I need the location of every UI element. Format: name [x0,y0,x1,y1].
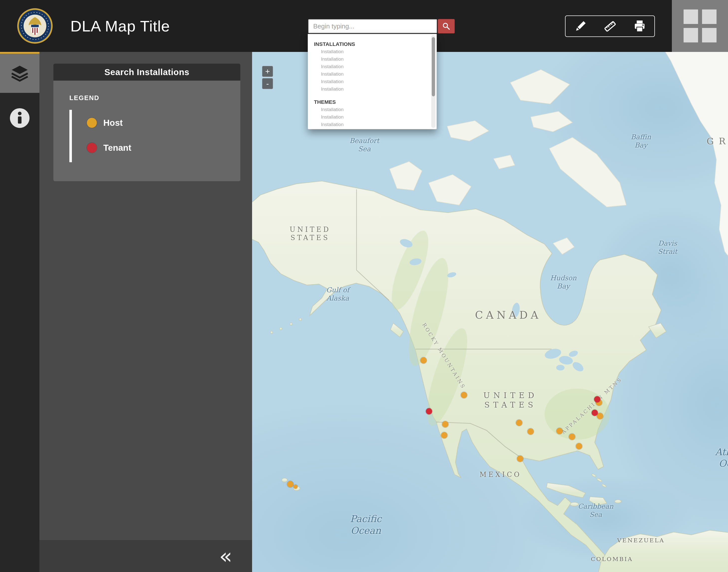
result-item[interactable]: Installation [314,121,427,128]
result-group-heading: THEMES [314,98,427,106]
result-item[interactable]: Installation [314,113,427,121]
dla-seal-logo [16,7,54,45]
map-marker-host[interactable] [576,443,582,449]
app-grid-icon [683,9,717,43]
panel-footer: « [40,540,252,572]
map-marker-host[interactable] [517,455,523,462]
legend-item-host: Host [69,118,226,128]
app-title: DLA Map Title [70,17,170,35]
map-marker-host[interactable] [569,434,575,440]
zoom-control: + - [262,66,273,89]
search-button[interactable] [438,19,455,33]
dla-seal-icon [16,7,54,45]
result-item[interactable]: Installation [314,63,427,70]
legend-heading: LEGEND [69,94,226,102]
printer-icon [633,19,646,33]
sidebar-item-info[interactable] [0,107,40,129]
sidebar-item-layers[interactable] [0,52,40,93]
legend-swatch-host [87,118,97,128]
map-toolbar [565,15,655,37]
results-scrollbar[interactable] [431,35,436,128]
layers-panel: Search Installations LEGEND HostTenant « [40,52,252,572]
result-item[interactable]: Installation [314,85,427,93]
result-item[interactable]: Installation [314,48,427,55]
dla-map-app: DLA Map Title [0,0,728,572]
sidebar-rail [0,52,40,572]
map-marker-host[interactable] [527,429,533,435]
draw-tool-button[interactable] [572,17,589,35]
legend-items: HostTenant [69,118,226,153]
basemap [252,52,728,572]
search-icon [442,22,451,31]
grid-square [702,28,717,43]
grid-square [683,28,698,43]
results-scrollbar-thumb[interactable] [432,37,435,96]
map-marker-tenant[interactable] [426,408,432,415]
zoom-out-button[interactable]: - [262,78,273,89]
search-results-list: INSTALLATIONSInstallationInstallationIns… [308,34,437,129]
legend-label: Tenant [103,143,131,153]
map-marker-host[interactable] [442,421,448,428]
legend-body: LEGEND HostTenant [53,81,240,153]
legend-card: Search Installations LEGEND HostTenant [53,64,240,181]
map-marker-host[interactable] [556,428,563,434]
pencil-icon [574,19,587,33]
legend-accent-bar [69,110,72,162]
map-marker-host[interactable] [293,485,297,489]
result-group-heading: INSTALLATIONS [314,41,427,48]
result-item[interactable]: Installation [314,55,427,63]
collapse-panel-button[interactable]: « [214,545,237,567]
ruler-icon [603,19,617,33]
legend-item-tenant: Tenant [69,143,226,153]
map-canvas[interactable]: Beaufort SeaBaffin BayGREENLANDUNITED ST… [252,52,728,572]
map-marker-host[interactable] [287,481,293,487]
map-marker-host[interactable] [420,357,427,363]
map-marker-host[interactable] [461,392,467,398]
grid-square [702,9,717,24]
legend-label: Host [103,118,123,128]
legend-swatch-tenant [87,143,97,153]
info-icon [9,108,30,129]
grid-square [683,9,698,24]
map-marker-tenant[interactable] [594,396,600,403]
map-marker-tenant[interactable] [592,410,598,416]
result-item[interactable]: Installation [314,70,427,78]
apps-button[interactable] [672,0,728,52]
layers-icon [9,63,30,84]
measure-tool-button[interactable] [601,17,619,35]
panel-title: Search Installations [53,64,240,81]
map-marker-host[interactable] [441,432,447,438]
zoom-in-button[interactable]: + [262,66,273,77]
search-results-dropdown: INSTALLATIONSInstallationInstallationIns… [308,34,437,129]
map-marker-host[interactable] [597,413,603,419]
result-item[interactable]: Installation [314,106,427,113]
map-marker-host[interactable] [516,420,522,426]
search-bar [308,19,455,33]
result-item[interactable]: Installation [314,78,427,85]
search-input[interactable] [308,19,437,33]
print-tool-button[interactable] [631,17,648,35]
